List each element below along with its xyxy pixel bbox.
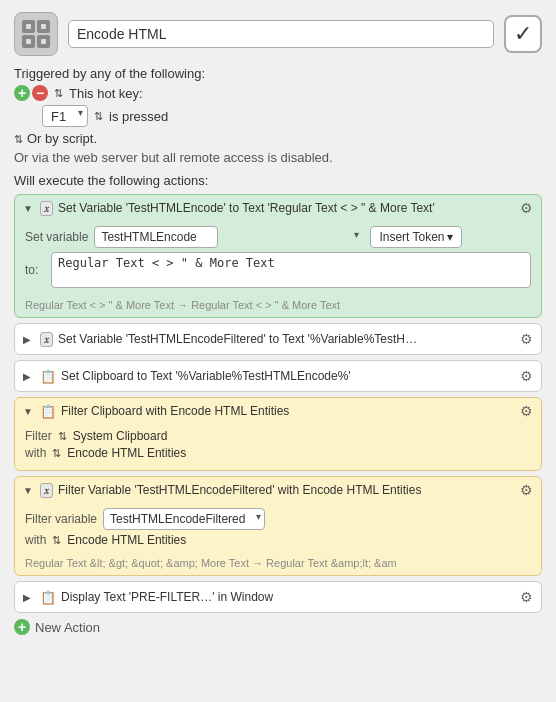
action-preview-1: Regular Text < > " & More Text → Regular… xyxy=(15,299,541,317)
settings-action-4-button[interactable]: ⚙ xyxy=(520,403,533,419)
action-title-1: Set Variable 'TestHTMLEncode' to Text 'R… xyxy=(58,201,515,215)
collapse-action-1-button[interactable] xyxy=(23,203,35,214)
variable-icon-2: 𝑥 xyxy=(40,332,53,347)
hotkey-key-row: F1 F2 F3 ⇅ is pressed xyxy=(42,105,542,127)
action-body-1: Set variable TestHTMLEncode Insert Token… xyxy=(15,221,541,299)
filter-label-4: Filter xyxy=(25,429,52,443)
new-action-row: + New Action xyxy=(14,619,542,635)
macro-icon xyxy=(14,12,58,56)
filter-source-arrows-icon-4: ⇅ xyxy=(58,430,67,443)
action-header-3: 📋 Set Clipboard to Text '%Variable%TestH… xyxy=(15,361,541,391)
filter-row-source-4: Filter ⇅ System Clipboard xyxy=(25,429,531,443)
expand-action-6-button[interactable] xyxy=(23,592,35,603)
is-pressed-arrows-icon: ⇅ xyxy=(94,110,103,123)
to-label-1: to: xyxy=(25,263,45,277)
action-row-to-1: to: Regular Text < > " & More Text xyxy=(25,252,531,288)
variable-icon-1: 𝑥 xyxy=(40,201,53,216)
svg-rect-6 xyxy=(26,39,31,44)
plus-minus: + − xyxy=(14,85,48,101)
remove-trigger-button[interactable]: − xyxy=(32,85,48,101)
var-name-wrapper-1: TestHTMLEncode xyxy=(94,226,364,248)
action-title-2: Set Variable 'TestHTMLEncodeFiltered' to… xyxy=(58,332,515,346)
settings-action-2-button[interactable]: ⚙ xyxy=(520,331,533,347)
collapse-action-4-button[interactable] xyxy=(23,406,35,417)
collapse-action-5-button[interactable] xyxy=(23,485,35,496)
filter-var-label-5: Filter variable xyxy=(25,512,97,526)
is-pressed-label: is pressed xyxy=(109,109,168,124)
set-variable-label-1: Set variable xyxy=(25,230,88,244)
filter-var-wrapper-5: TestHTMLEncodeFiltered xyxy=(103,508,265,530)
page: Encode HTML ✓ Triggered by any of the fo… xyxy=(0,0,556,647)
with-value-5: Encode HTML Entities xyxy=(67,533,186,547)
new-action-plus-button[interactable]: + xyxy=(14,619,30,635)
svg-rect-4 xyxy=(26,24,31,29)
actions-label: Will execute the following actions: xyxy=(14,173,542,188)
header-row: Encode HTML ✓ xyxy=(14,12,542,56)
macro-name-input[interactable]: Encode HTML xyxy=(68,20,494,48)
action-card-6: 📋 Display Text 'PRE-FILTER…' in Window ⚙ xyxy=(14,581,542,613)
clipboard-icon-4: 📋 xyxy=(40,404,56,419)
action-preview-5: Regular Text &lt; &gt; &quot; &amp; More… xyxy=(15,557,541,575)
or-by-script-label: Or by script. xyxy=(27,131,97,146)
var-name-select-1[interactable]: TestHTMLEncode xyxy=(94,226,218,248)
updown-arrows-icon: ⇅ xyxy=(54,87,63,100)
filter-var-select-5[interactable]: TestHTMLEncodeFiltered xyxy=(103,508,265,530)
new-action-label[interactable]: New Action xyxy=(35,620,100,635)
add-trigger-button[interactable]: + xyxy=(14,85,30,101)
web-server-label: Or via the web server but all remote acc… xyxy=(14,150,542,165)
action-title-4: Filter Clipboard with Encode HTML Entiti… xyxy=(61,404,515,418)
action-header-2: 𝑥 Set Variable 'TestHTMLEncodeFiltered' … xyxy=(15,324,541,354)
with-value-4: Encode HTML Entities xyxy=(67,446,186,460)
filter-row-var-5: Filter variable TestHTMLEncodeFiltered xyxy=(25,508,531,530)
with-label-5: with xyxy=(25,533,46,547)
action-card-2: 𝑥 Set Variable 'TestHTMLEncodeFiltered' … xyxy=(14,323,542,355)
action-body-5: Filter variable TestHTMLEncodeFiltered w… xyxy=(15,503,541,557)
action-header-1: 𝑥 Set Variable 'TestHTMLEncode' to Text … xyxy=(15,195,541,221)
checkmark-button[interactable]: ✓ xyxy=(504,15,542,53)
key-wrapper: F1 F2 F3 xyxy=(42,105,88,127)
action-card-5: 𝑥 Filter Variable 'TestHTMLEncodeFiltere… xyxy=(14,476,542,576)
triggered-by-label: Triggered by any of the following: xyxy=(14,66,542,81)
action-row-var-1: Set variable TestHTMLEncode Insert Token… xyxy=(25,226,531,248)
with-arrows-icon-4: ⇅ xyxy=(52,447,61,460)
svg-rect-5 xyxy=(41,24,46,29)
filter-row-with-5: with ⇅ Encode HTML Entities xyxy=(25,533,531,547)
trigger-section: Triggered by any of the following: + − ⇅… xyxy=(14,66,542,165)
settings-action-1-button[interactable]: ⚙ xyxy=(520,200,533,216)
hotkey-select[interactable]: F1 F2 F3 xyxy=(42,105,88,127)
action-header-6: 📋 Display Text 'PRE-FILTER…' in Window ⚙ xyxy=(15,582,541,612)
to-value-textarea-1[interactable]: Regular Text < > " & More Text xyxy=(51,252,531,288)
clipboard-icon-3: 📋 xyxy=(40,369,56,384)
insert-token-button-1[interactable]: Insert Token ▾ xyxy=(370,226,461,248)
action-title-3: Set Clipboard to Text '%Variable%TestHTM… xyxy=(61,369,515,383)
action-title-6: Display Text 'PRE-FILTER…' in Window xyxy=(61,590,515,604)
action-body-4: Filter ⇅ System Clipboard with ⇅ Encode … xyxy=(15,424,541,470)
or-by-script-arrows-icon: ⇅ xyxy=(14,133,23,146)
variable-icon-5: 𝑥 xyxy=(40,483,53,498)
expand-action-3-button[interactable] xyxy=(23,371,35,382)
with-arrows-icon-5: ⇅ xyxy=(52,534,61,547)
clipboard-icon-6: 📋 xyxy=(40,590,56,605)
expand-action-2-button[interactable] xyxy=(23,334,35,345)
settings-action-5-button[interactable]: ⚙ xyxy=(520,482,533,498)
with-label-4: with xyxy=(25,446,46,460)
filter-source-value-4: System Clipboard xyxy=(73,429,168,443)
filter-row-with-4: with ⇅ Encode HTML Entities xyxy=(25,446,531,460)
action-card-1: 𝑥 Set Variable 'TestHTMLEncode' to Text … xyxy=(14,194,542,318)
svg-rect-7 xyxy=(41,39,46,44)
settings-action-3-button[interactable]: ⚙ xyxy=(520,368,533,384)
action-header-4: 📋 Filter Clipboard with Encode HTML Enti… xyxy=(15,398,541,424)
action-title-5: Filter Variable 'TestHTMLEncodeFiltered'… xyxy=(58,483,515,497)
action-card-3: 📋 Set Clipboard to Text '%Variable%TestH… xyxy=(14,360,542,392)
action-header-5: 𝑥 Filter Variable 'TestHTMLEncodeFiltere… xyxy=(15,477,541,503)
hotkey-row: + − ⇅ This hot key: xyxy=(14,85,542,101)
action-card-4: 📋 Filter Clipboard with Encode HTML Enti… xyxy=(14,397,542,471)
hotkey-label: This hot key: xyxy=(69,86,143,101)
settings-action-6-button[interactable]: ⚙ xyxy=(520,589,533,605)
